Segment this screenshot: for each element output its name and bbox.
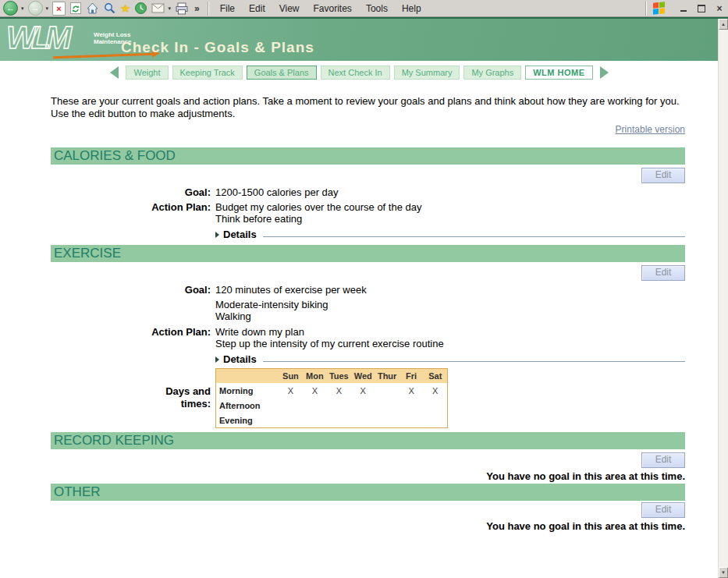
scroll-down-icon[interactable]: ▼ xyxy=(719,567,728,578)
schedule-mark xyxy=(327,398,351,413)
tab-next-check-in[interactable]: Next Check In xyxy=(321,66,390,80)
schedule-mark: X xyxy=(303,383,327,398)
schedule-row-morning: Morning X X X X X X xyxy=(216,383,448,398)
schedule-mark xyxy=(351,398,375,413)
edit-button-other[interactable]: Edit xyxy=(641,502,685,518)
schedule-mark xyxy=(279,413,303,428)
action-plan-label: Action Plan: xyxy=(51,201,211,225)
schedule-mark xyxy=(424,413,448,428)
logo-letters: WLM xyxy=(6,20,66,55)
schedule-mark: X xyxy=(424,383,448,398)
restore-icon[interactable] xyxy=(696,3,707,14)
day-header: Sat xyxy=(424,369,448,384)
schedule-mark xyxy=(327,413,351,428)
goal-label: Goal: xyxy=(51,186,211,198)
edit-button-calories-food[interactable]: Edit xyxy=(641,168,685,183)
action-plan-line: Think before eating xyxy=(215,213,685,225)
day-header: Mon xyxy=(303,369,327,384)
tab-my-summary[interactable]: My Summary xyxy=(394,66,460,80)
action-plan-row: Action Plan: Write down my plan Step up … xyxy=(51,326,685,349)
schedule-mark xyxy=(400,413,424,428)
schedule-mark: X xyxy=(279,383,303,398)
forward-dropdown-icon[interactable]: ▾ xyxy=(46,5,49,12)
tab-goals-plans[interactable]: Goals & Plans xyxy=(247,66,317,80)
nav-prev-arrow-icon[interactable] xyxy=(110,66,119,79)
tab-weight[interactable]: Weight xyxy=(126,66,168,80)
schedule-mark xyxy=(279,398,303,413)
schedule-mark: X xyxy=(327,383,351,398)
minimize-icon[interactable] xyxy=(678,3,689,14)
goal-value: 1200-1500 calories per day xyxy=(215,186,685,198)
back-dropdown-icon[interactable]: ▾ xyxy=(21,5,24,12)
details-arrow-icon xyxy=(215,232,219,238)
action-plan-line: Write down my plan xyxy=(215,326,685,338)
page-body: These are your current goals and action … xyxy=(0,84,719,578)
print-icon[interactable] xyxy=(175,2,189,16)
schedule-mark xyxy=(375,398,400,413)
goal-row: Goal: 120 minutes of exercise per week M… xyxy=(51,284,685,322)
schedule-mark xyxy=(303,413,327,428)
refresh-icon[interactable] xyxy=(69,2,82,16)
printable-version-link[interactable]: Printable version xyxy=(616,124,685,135)
favorites-icon[interactable]: ★ xyxy=(120,2,130,16)
day-header: Wed xyxy=(351,369,375,384)
section-header-calories-food: CALORIES & FOOD xyxy=(51,147,685,165)
menu-favorites[interactable]: Favorites xyxy=(314,3,352,14)
nav-next-arrow-icon[interactable] xyxy=(600,66,609,79)
browser-toolbar: ← ▾ → ▾ × ★ ▾ » File Edit View Favorites… xyxy=(0,0,728,17)
schedule-mark xyxy=(375,383,400,398)
day-header: Tues xyxy=(327,369,351,384)
menu-view[interactable]: View xyxy=(279,3,300,14)
menu-help[interactable]: Help xyxy=(402,3,421,14)
menu-file[interactable]: File xyxy=(220,3,235,14)
day-header: Sun xyxy=(279,369,303,384)
tab-wlm-home[interactable]: WLM HOME xyxy=(525,66,592,80)
goal-label: Goal: xyxy=(51,284,211,322)
action-plan-line: Budget my calories over the course of th… xyxy=(215,201,685,213)
stop-icon[interactable]: × xyxy=(52,2,66,16)
mail-icon[interactable] xyxy=(151,2,165,16)
details-toggle-exercise[interactable]: Details xyxy=(223,354,257,365)
toolbar-overflow-icon[interactable]: » xyxy=(194,3,200,14)
schedule-mark xyxy=(424,398,448,413)
details-row: Details xyxy=(51,229,685,240)
menu-edit[interactable]: Edit xyxy=(249,3,265,14)
section-header-record-keeping: RECORD KEEPING xyxy=(51,432,685,449)
action-plan-row: Action Plan: Budget my calories over the… xyxy=(51,201,685,225)
edit-button-record-keeping[interactable]: Edit xyxy=(641,452,685,468)
schedule-header-row: Sun Mon Tues Wed Thur Fri Sat xyxy=(216,369,448,384)
action-plan-label: Action Plan: xyxy=(51,326,211,349)
mail-dropdown-icon[interactable]: ▾ xyxy=(168,5,171,12)
close-icon[interactable]: × xyxy=(714,3,725,14)
day-header: Thur xyxy=(375,369,400,384)
goal-value: Moderate-intensity biking xyxy=(215,299,685,310)
menu-bar: File Edit View Favorites Tools Help xyxy=(220,3,421,14)
intro-text: These are your current goals and action … xyxy=(51,95,685,120)
details-toggle-calories[interactable]: Details xyxy=(223,229,257,240)
tab-keeping-track[interactable]: Keeping Track xyxy=(172,66,243,80)
tab-my-graphs[interactable]: My Graphs xyxy=(463,66,521,80)
section-header-exercise: EXERCISE xyxy=(51,245,685,262)
back-icon[interactable]: ← xyxy=(3,2,18,16)
page-title: Check In - Goals & Plans xyxy=(121,39,314,56)
no-goal-text: You have no goal in this area at this ti… xyxy=(51,520,685,532)
home-icon[interactable] xyxy=(86,2,99,16)
vertical-scrollbar[interactable]: ▲ ▼ xyxy=(718,19,728,578)
edit-button-exercise[interactable]: Edit xyxy=(641,265,685,281)
schedule-mark xyxy=(303,398,327,413)
search-icon[interactable] xyxy=(103,2,116,16)
details-arrow-icon xyxy=(215,356,219,363)
scroll-up-icon[interactable]: ▲ xyxy=(719,19,728,30)
forward-icon[interactable]: → xyxy=(28,2,43,16)
toolbar-separator xyxy=(208,2,209,16)
nav-tabs: Weight Keeping Track Goals & Plans Next … xyxy=(0,61,719,84)
history-icon[interactable] xyxy=(134,2,147,16)
schedule-mark xyxy=(375,413,400,428)
schedule-row: Days and times: Sun Mon Tues Wed Thur Fr… xyxy=(51,368,685,428)
exercise-schedule-table: Sun Mon Tues Wed Thur Fri Sat Morning X … xyxy=(215,368,448,428)
details-row: Details xyxy=(51,354,685,365)
schedule-mark: X xyxy=(351,383,375,398)
menu-tools[interactable]: Tools xyxy=(366,3,388,14)
schedule-row-evening: Evening xyxy=(216,413,448,428)
schedule-mark xyxy=(351,413,375,428)
